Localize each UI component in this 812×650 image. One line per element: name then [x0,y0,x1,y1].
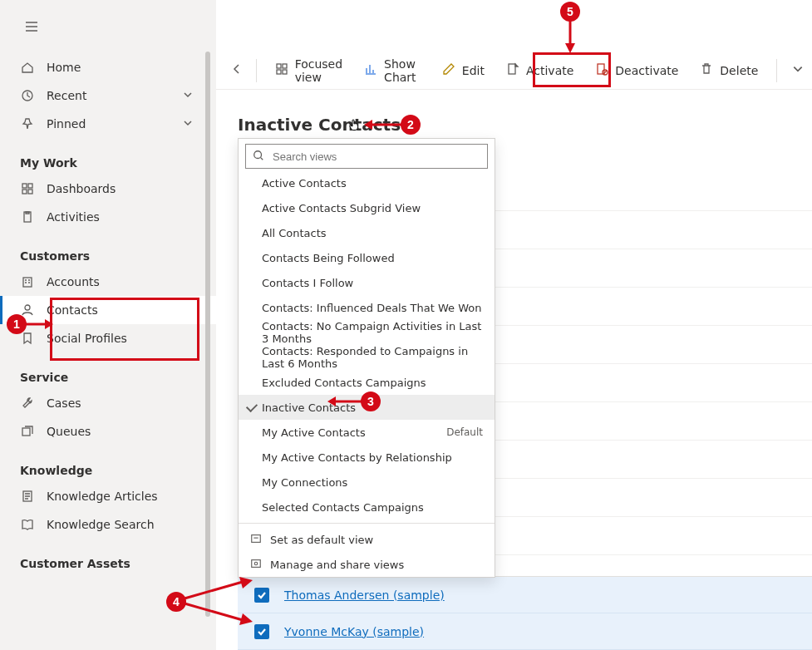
action-label: Set as default view [270,534,373,546]
button-label: Show Chart [384,57,421,84]
button-label: Deactivate [615,64,678,77]
sidebar-item-activities[interactable]: Activities [0,203,216,231]
show-chart-button[interactable]: Show Chart [356,57,429,84]
view-option[interactable]: Excluded Contacts Campaigns [239,370,495,395]
annotation-arrow-5 [563,20,577,56]
annotation-badge-2: 2 [401,115,421,135]
row-checkbox[interactable] [254,624,269,639]
sidebar-heading-knowledge: Knowledge [0,460,216,482]
sidebar-item-label: Pinned [47,117,86,130]
view-option-label: My Active Contacts [262,426,366,439]
sidebar-item-label: Cases [47,396,81,410]
sidebar-item-knowledge-search[interactable]: Knowledge Search [0,510,216,539]
view-option[interactable]: Contacts: No Campaign Activities in Last… [239,320,495,345]
focused-view-icon [275,62,288,78]
sidebar-item-label: Queues [47,425,91,438]
sidebar-item-home[interactable]: Home [0,53,216,81]
action-label: Manage and share views [270,559,404,571]
delete-button[interactable]: Delete [691,57,766,84]
sidebar-heading-customers: Customers [0,246,216,268]
manage-views-action[interactable]: Manage and share views [239,552,495,577]
view-option[interactable]: My Active ContactsDefault [239,420,495,445]
sidebar-item-contacts[interactable]: Contacts [0,296,216,324]
svg-point-20 [254,562,258,565]
svg-rect-12 [277,70,281,74]
svg-rect-11 [283,64,287,68]
record-row[interactable]: Yvonne McKay (sample) [238,613,812,650]
svg-rect-2 [28,184,32,188]
view-option[interactable]: My Active Contacts by Relationship [239,445,495,470]
sidebar-item-knowledge-articles[interactable]: Knowledge Articles [0,482,216,510]
search-views-input[interactable] [245,144,488,169]
view-option[interactable]: Selected Contacts Campaigns [239,495,495,520]
view-option[interactable]: Contacts: Influenced Deals That We Won [239,295,495,320]
edit-button[interactable]: Edit [434,57,493,84]
svg-point-7 [25,305,30,310]
back-button[interactable] [228,57,246,84]
deactivate-button[interactable]: Deactivate [587,57,687,84]
annotation-badge-3: 3 [361,391,381,411]
sidebar-item-queues[interactable]: Queues [0,417,216,446]
more-commands-button[interactable] [787,57,809,84]
wrench-icon [20,396,35,411]
sidebar-item-recent[interactable]: Recent [0,81,216,110]
article-icon [20,489,35,504]
separator [256,59,257,82]
view-dropdown: Active ContactsActive Contacts Subgrid V… [238,138,495,578]
view-option-label: My Active Contacts by Relationship [262,451,452,464]
focused-view-button[interactable]: Focused view [267,57,351,84]
annotation-badge-1: 1 [7,314,27,334]
queue-icon [20,424,35,439]
view-option[interactable]: Contacts: Responded to Campaigns in Last… [239,345,495,370]
set-default-view-action[interactable]: Set as default view [239,527,495,552]
record-link[interactable]: Yvonne McKay (sample) [284,625,424,638]
star-icon [250,533,262,547]
view-option[interactable]: Contacts Being Followed [239,245,495,270]
hamburger-button[interactable] [13,8,50,45]
annotation-badge-4: 4 [166,592,186,612]
sidebar-item-accounts[interactable]: Accounts [0,268,216,296]
view-option-label: Excluded Contacts Campaigns [262,377,426,389]
view-option-label: Contacts Being Followed [262,252,395,264]
view-option[interactable]: All Contacts [239,220,495,245]
svg-rect-14 [509,64,515,74]
activate-button[interactable]: Activate [498,57,582,84]
svg-rect-15 [598,64,604,74]
row-checkbox[interactable] [254,588,269,603]
command-bar: Focused view Show Chart Edit Activate De… [216,52,812,90]
bookmark-icon [20,331,35,346]
sidebar-item-pinned[interactable]: Pinned [0,110,216,138]
view-option-label: Active Contacts Subgrid View [262,202,421,214]
svg-rect-4 [28,190,32,194]
view-selector[interactable]: Inactive Contacts [216,110,812,140]
sidebar: Home Recent Pinned My Work Dashboards Ac… [0,0,216,650]
sidebar-scrollbar[interactable] [205,52,210,617]
sidebar-item-cases[interactable]: Cases [0,389,216,417]
sidebar-item-label: Dashboards [47,182,116,195]
view-option[interactable]: My Connections [239,470,495,495]
view-option-label: Contacts: No Campaign Activities in Last… [262,320,483,345]
svg-point-17 [254,150,262,158]
view-title: Inactive Contacts [238,115,401,135]
search-icon [253,150,264,164]
chevron-down-icon [183,117,193,130]
view-option-label: Contacts: Responded to Campaigns in Last… [262,345,483,370]
dashboard-icon [20,181,35,196]
button-label: Focused view [295,57,342,84]
view-option[interactable]: Active Contacts Subgrid View [239,195,495,220]
sidebar-item-dashboards[interactable]: Dashboards [0,175,216,203]
sidebar-item-label: Contacts [47,303,98,317]
activate-icon [506,62,519,78]
view-option[interactable]: Contacts I Follow [239,270,495,295]
svg-rect-13 [283,70,287,74]
sidebar-item-label: Knowledge Articles [47,490,158,503]
record-row[interactable]: Thomas Andersen (sample) [238,577,812,613]
search-views-field[interactable] [271,150,480,164]
default-tag: Default [446,426,483,438]
view-option-label: All Contacts [262,227,327,239]
svg-rect-19 [252,559,261,567]
view-option[interactable]: Active Contacts [239,170,495,195]
record-link[interactable]: Thomas Andersen (sample) [284,588,445,602]
svg-rect-3 [22,190,27,194]
sidebar-item-social-profiles[interactable]: Social Profiles [0,324,216,352]
